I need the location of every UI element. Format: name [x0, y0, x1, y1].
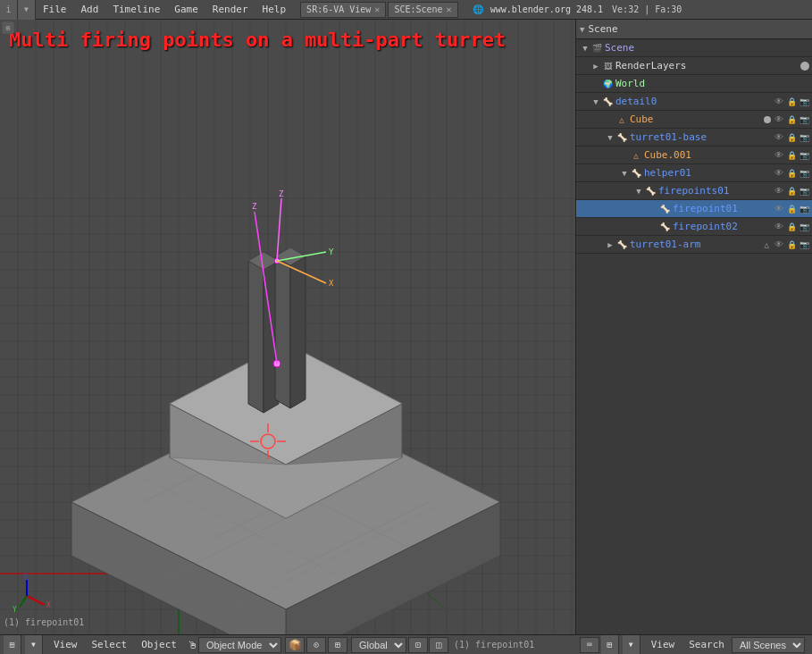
lock-icon[interactable]: 🔒: [785, 149, 798, 162]
eye-icon[interactable]: 👁: [773, 131, 785, 144]
arrow-icon[interactable]: ▶: [605, 239, 615, 250]
menu-render[interactable]: Render: [205, 0, 255, 20]
lock-icon[interactable]: 🔒: [785, 221, 798, 233]
grid-icon[interactable]: ⊞: [328, 637, 347, 653]
numpad-icon[interactable]: ⌨: [580, 637, 599, 653]
menu-add[interactable]: Add: [74, 0, 106, 20]
scene-icon: 🎬: [590, 42, 603, 54]
lock-icon[interactable]: 🔒: [785, 96, 798, 108]
detail0-right-icons: 👁 🔒 📷: [771, 96, 810, 108]
camera-icon[interactable]: 📷: [798, 185, 810, 197]
bottom-menu-view[interactable]: View: [46, 635, 85, 655]
tree-item-turret01base[interactable]: ▼ 🦴 turret01-base 👁 🔒 📷: [576, 129, 812, 147]
lock-icon[interactable]: 🔒: [785, 185, 798, 197]
tab-scene-close-icon[interactable]: ✕: [447, 4, 452, 14]
tree-item-firepoints01[interactable]: ▼ 🦴 firepoints01 👁 🔒 📷: [576, 182, 812, 200]
menu-help[interactable]: Help: [255, 0, 294, 20]
tree-item-cube001[interactable]: ▶ △ Cube.001 👁 🔒 📷: [576, 147, 812, 164]
outliner-body[interactable]: ▼ 🎬 Scene ▶ 🖼 RenderLayers ▶ 🌍 World: [576, 39, 812, 634]
arrow-down-icon[interactable]: ▼: [18, 0, 36, 20]
world-icon: 🌍: [601, 78, 614, 90]
lock-icon[interactable]: 🔒: [785, 131, 798, 144]
tab-sr6-va-view[interactable]: SR:6-VA View ✕: [300, 2, 386, 18]
arrow-icon[interactable]: ▼: [633, 186, 644, 197]
right-menu-view[interactable]: View: [644, 635, 682, 655]
arrow-icon[interactable]: ▼: [605, 132, 615, 143]
eye-icon[interactable]: 👁: [773, 239, 785, 251]
tree-item-world[interactable]: ▶ 🌍 World: [576, 75, 812, 93]
tree-item-firepoint01[interactable]: ▶ 🦴 firepoint01 👁 🔒 📷: [576, 200, 812, 218]
armature-icon: 🦴: [658, 221, 671, 233]
svg-text:X: X: [329, 279, 334, 288]
outliner-title: Scene: [588, 23, 617, 35]
eye-icon[interactable]: 👁: [773, 96, 785, 108]
firepoint01-label: firepoint01: [673, 203, 771, 214]
object-mode-selector[interactable]: Object Mode: [198, 637, 281, 653]
helper01-label: helper01: [644, 167, 771, 179]
magnet-icon[interactable]: ⊙: [306, 637, 326, 653]
blender-icon[interactable]: i: [0, 0, 18, 20]
camera-icon[interactable]: 📷: [798, 131, 810, 144]
blender-url: www.blender.org 248.1: [490, 4, 603, 14]
tree-item-cube[interactable]: ▶ △ Cube 👁 🔒 📷: [576, 111, 812, 129]
viewport-corner-icon[interactable]: ⊞: [2, 21, 14, 34]
eye-icon[interactable]: 👁: [773, 149, 785, 162]
tree-item-renderlayers[interactable]: ▶ 🖼 RenderLayers: [576, 57, 812, 75]
firepoints01-label: firepoints01: [658, 185, 771, 197]
cube-icon[interactable]: 📦: [285, 637, 305, 653]
global-selector[interactable]: Global: [351, 637, 406, 653]
scene-selector[interactable]: All Scenes: [732, 637, 805, 653]
main-layout: ⊞ Multi firing points on a multi-part tu…: [0, 20, 812, 634]
viewport-3d[interactable]: ⊞ Multi firing points on a multi-part tu…: [0, 20, 575, 634]
lock-icon[interactable]: 🔒: [785, 113, 798, 126]
snap-icon-1[interactable]: ⊡: [408, 637, 428, 653]
arrow-icon[interactable]: ▼: [590, 96, 601, 107]
lock-icon[interactable]: 🔒: [785, 203, 798, 215]
tab-bar: SR:6-VA View ✕ SCE:Scene ✕: [300, 2, 460, 18]
camera-icon[interactable]: 📷: [798, 167, 810, 180]
lock-icon[interactable]: 🔒: [785, 167, 798, 180]
camera-icon[interactable]: 📷: [798, 113, 810, 126]
tree-item-scene[interactable]: ▼ 🎬 Scene: [576, 39, 812, 57]
tree-item-turret01arm[interactable]: ▶ 🦴 turret01-arm △ 👁 🔒 📷: [576, 236, 812, 254]
firepoints01-right-icons: 👁 🔒 📷: [771, 185, 810, 197]
turret01base-label: turret01-base: [630, 131, 771, 143]
menu-game[interactable]: Game: [167, 0, 205, 20]
bottom-arrow[interactable]: ▼: [25, 635, 43, 655]
tree-item-helper01[interactable]: ▼ 🦴 helper01 👁 🔒 📷: [576, 164, 812, 182]
svg-marker-78: [275, 256, 290, 408]
right-icon[interactable]: ⊞: [601, 635, 619, 655]
eye-icon[interactable]: 👁: [773, 113, 785, 126]
arrow-icon[interactable]: ▼: [580, 43, 590, 54]
tree-item-detail0[interactable]: ▼ 🦴 detail0 👁 🔒 📷: [576, 93, 812, 111]
camera-icon[interactable]: 📷: [798, 221, 810, 233]
eye-icon[interactable]: 👁: [773, 185, 785, 197]
armature-icon: 🦴: [615, 131, 628, 144]
bottom-icon[interactable]: ⊞: [4, 635, 21, 655]
tab-close-icon[interactable]: ✕: [374, 4, 380, 14]
right-menu-search[interactable]: Search: [682, 635, 732, 655]
bottom-menu-select[interactable]: Select: [85, 635, 135, 655]
camera-icon[interactable]: 📷: [798, 149, 810, 162]
bottom-menu-object[interactable]: Object: [134, 635, 184, 655]
eye-icon[interactable]: 👁: [773, 203, 785, 215]
mesh-icon: △: [630, 149, 642, 162]
mesh-icon: △: [615, 113, 628, 126]
eye-icon[interactable]: 👁: [773, 221, 785, 233]
camera-icon[interactable]: 📷: [798, 203, 810, 215]
camera-icon[interactable]: 📷: [798, 239, 810, 251]
eye-icon[interactable]: 👁: [773, 167, 785, 180]
right-arrow[interactable]: ▼: [623, 635, 640, 655]
snap-icon-2[interactable]: ◫: [429, 637, 448, 653]
camera-icon[interactable]: 📷: [798, 96, 810, 108]
render-dot: [800, 62, 809, 71]
tree-item-firepoint02[interactable]: ▶ 🦴 firepoint02 👁 🔒 📷: [576, 218, 812, 236]
menu-timeline[interactable]: Timeline: [105, 0, 167, 20]
menu-file[interactable]: File: [36, 0, 74, 20]
tab-sce-scene[interactable]: SCE:Scene ✕: [388, 2, 457, 18]
arrow-icon[interactable]: ▼: [619, 168, 630, 179]
blender-logo: 🌐 www.blender.org 248.1: [467, 4, 608, 14]
lock-icon[interactable]: 🔒: [785, 239, 798, 251]
arrow-icon[interactable]: ▶: [590, 61, 601, 71]
armature-icon: 🦴: [615, 239, 628, 251]
